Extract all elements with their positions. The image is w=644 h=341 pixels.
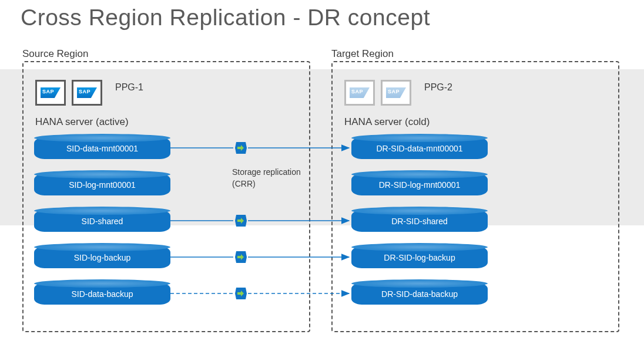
sap-logo-icon: SAP [77, 87, 97, 98]
target-disk: DR-SID-data-mnt00001 [351, 137, 488, 159]
sap-vm-cold-icon: SAP [344, 80, 375, 106]
replication-icon [234, 141, 248, 155]
target-region-label: Target Region [331, 48, 394, 60]
replication-icon [234, 286, 248, 301]
target-disk: DR-SID-shared [351, 210, 488, 232]
replication-icon [234, 250, 248, 264]
source-disk: SID-data-mnt00001 [34, 137, 170, 159]
sap-logo-icon: SAP [350, 87, 370, 98]
sap-logo-icon: SAP [41, 87, 61, 98]
page-title: Cross Region Replication - DR concept [21, 5, 430, 31]
source-region-label: Source Region [22, 48, 88, 60]
ppg-source-label: PPG-1 [115, 82, 143, 93]
replication-icon [234, 214, 248, 228]
replication-label: Storage replication (CRR) [232, 167, 301, 190]
hana-target-label: HANA server (cold) [344, 116, 430, 128]
target-disk: DR-SID-data-backup [351, 283, 488, 305]
sap-logo-icon: SAP [386, 87, 406, 98]
source-disk: SID-log-mnt00001 [34, 174, 170, 195]
sap-vm-icon: SAP [72, 80, 102, 106]
source-disk: SID-log-backup [34, 247, 170, 268]
ppg-target-label: PPG-2 [424, 82, 452, 93]
target-disk: DR-SID-log-mnt00001 [351, 174, 488, 195]
sap-vm-icon: SAP [35, 80, 66, 106]
sap-vm-cold-icon: SAP [381, 80, 411, 106]
hana-source-label: HANA server (active) [35, 116, 129, 128]
target-disk: DR-SID-log-backup [351, 247, 488, 268]
source-disk: SID-shared [34, 210, 170, 232]
source-disk: SID-data-backup [34, 283, 170, 305]
